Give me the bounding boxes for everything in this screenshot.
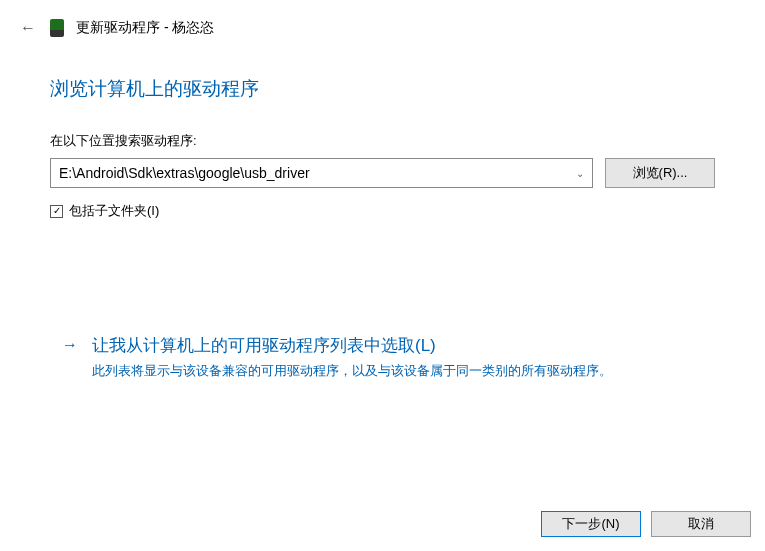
device-icon bbox=[50, 19, 64, 37]
titlebar: ← 更新驱动程序 - 杨恣恣 bbox=[0, 0, 765, 38]
page-heading: 浏览计算机上的驱动程序 bbox=[50, 76, 715, 102]
path-value: E:\Android\Sdk\extras\google\usb_driver bbox=[59, 165, 576, 181]
include-subfolders-checkbox[interactable]: ✓ 包括子文件夹(I) bbox=[50, 202, 715, 220]
checkbox-icon: ✓ bbox=[50, 205, 63, 218]
back-arrow-icon[interactable]: ← bbox=[18, 18, 38, 38]
footer-buttons: 下一步(N) 取消 bbox=[541, 511, 751, 537]
next-button[interactable]: 下一步(N) bbox=[541, 511, 641, 537]
cancel-button-label: 取消 bbox=[688, 515, 714, 533]
checkbox-label: 包括子文件夹(I) bbox=[69, 202, 159, 220]
option-body: 让我从计算机上的可用驱动程序列表中选取(L) 此列表将显示与该设备兼容的可用驱动… bbox=[92, 334, 707, 381]
path-combobox[interactable]: E:\Android\Sdk\extras\google\usb_driver … bbox=[50, 158, 593, 188]
browse-button-label: 浏览(R)... bbox=[633, 164, 688, 182]
option-title: 让我从计算机上的可用驱动程序列表中选取(L) bbox=[92, 334, 707, 357]
chevron-down-icon: ⌄ bbox=[576, 168, 584, 179]
window-title: 更新驱动程序 - 杨恣恣 bbox=[76, 19, 214, 37]
pick-from-list-option[interactable]: → 让我从计算机上的可用驱动程序列表中选取(L) 此列表将显示与该设备兼容的可用… bbox=[50, 330, 715, 385]
path-row: E:\Android\Sdk\extras\google\usb_driver … bbox=[50, 158, 715, 188]
search-label: 在以下位置搜索驱动程序: bbox=[50, 132, 715, 150]
option-description: 此列表将显示与该设备兼容的可用驱动程序，以及与该设备属于同一类别的所有驱动程序。 bbox=[92, 361, 707, 381]
next-button-label: 下一步(N) bbox=[562, 515, 619, 533]
cancel-button[interactable]: 取消 bbox=[651, 511, 751, 537]
arrow-right-icon: → bbox=[62, 336, 78, 381]
content-area: 浏览计算机上的驱动程序 在以下位置搜索驱动程序: E:\Android\Sdk\… bbox=[0, 38, 765, 385]
browse-button[interactable]: 浏览(R)... bbox=[605, 158, 715, 188]
